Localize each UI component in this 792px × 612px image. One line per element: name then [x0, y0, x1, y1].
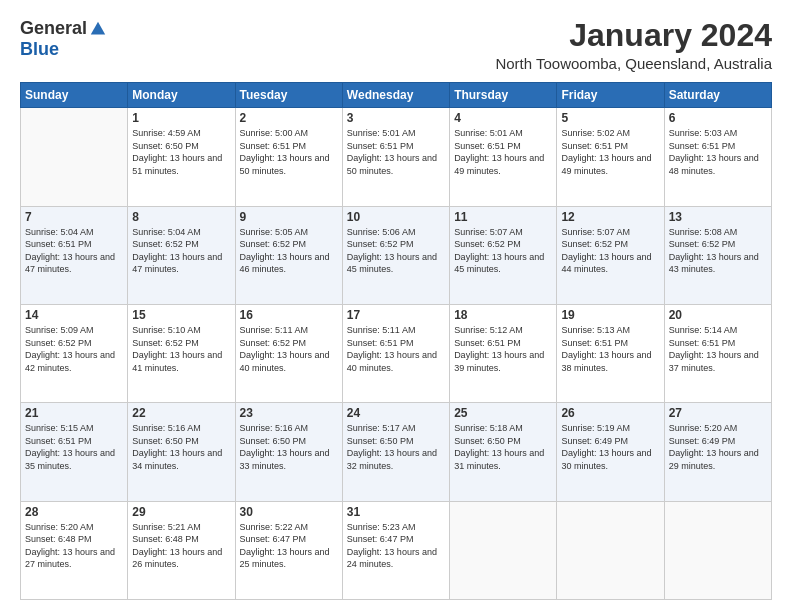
calendar-cell: 14 Sunrise: 5:09 AMSunset: 6:52 PMDaylig… [21, 304, 128, 402]
day-number: 11 [454, 210, 552, 224]
calendar-cell: 13 Sunrise: 5:08 AMSunset: 6:52 PMDaylig… [664, 206, 771, 304]
day-number: 9 [240, 210, 338, 224]
calendar-cell: 12 Sunrise: 5:07 AMSunset: 6:52 PMDaylig… [557, 206, 664, 304]
main-title: January 2024 [495, 18, 772, 53]
calendar-cell: 6 Sunrise: 5:03 AMSunset: 6:51 PMDayligh… [664, 108, 771, 206]
title-block: January 2024 North Toowoomba, Queensland… [495, 18, 772, 72]
calendar-cell: 7 Sunrise: 5:04 AMSunset: 6:51 PMDayligh… [21, 206, 128, 304]
calendar-cell [450, 501, 557, 599]
calendar-cell: 20 Sunrise: 5:14 AMSunset: 6:51 PMDaylig… [664, 304, 771, 402]
day-info: Sunrise: 5:07 AMSunset: 6:52 PMDaylight:… [561, 227, 651, 275]
calendar-cell: 26 Sunrise: 5:19 AMSunset: 6:49 PMDaylig… [557, 403, 664, 501]
day-number: 3 [347, 111, 445, 125]
day-info: Sunrise: 5:23 AMSunset: 6:47 PMDaylight:… [347, 522, 437, 570]
subtitle: North Toowoomba, Queensland, Australia [495, 55, 772, 72]
day-number: 23 [240, 406, 338, 420]
day-number: 5 [561, 111, 659, 125]
day-info: Sunrise: 5:13 AMSunset: 6:51 PMDaylight:… [561, 325, 651, 373]
calendar-table: SundayMondayTuesdayWednesdayThursdayFrid… [20, 82, 772, 600]
page: General Blue January 2024 North Toowoomb… [0, 0, 792, 612]
col-header-friday: Friday [557, 83, 664, 108]
calendar-cell: 19 Sunrise: 5:13 AMSunset: 6:51 PMDaylig… [557, 304, 664, 402]
day-info: Sunrise: 5:09 AMSunset: 6:52 PMDaylight:… [25, 325, 115, 373]
calendar-cell: 15 Sunrise: 5:10 AMSunset: 6:52 PMDaylig… [128, 304, 235, 402]
col-header-wednesday: Wednesday [342, 83, 449, 108]
day-info: Sunrise: 5:07 AMSunset: 6:52 PMDaylight:… [454, 227, 544, 275]
day-info: Sunrise: 5:21 AMSunset: 6:48 PMDaylight:… [132, 522, 222, 570]
day-number: 22 [132, 406, 230, 420]
day-number: 15 [132, 308, 230, 322]
day-number: 27 [669, 406, 767, 420]
calendar-cell: 30 Sunrise: 5:22 AMSunset: 6:47 PMDaylig… [235, 501, 342, 599]
day-info: Sunrise: 5:20 AMSunset: 6:49 PMDaylight:… [669, 423, 759, 471]
col-header-monday: Monday [128, 83, 235, 108]
calendar-cell: 1 Sunrise: 4:59 AMSunset: 6:50 PMDayligh… [128, 108, 235, 206]
calendar-cell: 31 Sunrise: 5:23 AMSunset: 6:47 PMDaylig… [342, 501, 449, 599]
day-info: Sunrise: 5:15 AMSunset: 6:51 PMDaylight:… [25, 423, 115, 471]
day-info: Sunrise: 5:19 AMSunset: 6:49 PMDaylight:… [561, 423, 651, 471]
day-info: Sunrise: 5:12 AMSunset: 6:51 PMDaylight:… [454, 325, 544, 373]
day-number: 17 [347, 308, 445, 322]
day-info: Sunrise: 4:59 AMSunset: 6:50 PMDaylight:… [132, 128, 222, 176]
day-number: 1 [132, 111, 230, 125]
day-number: 25 [454, 406, 552, 420]
day-number: 19 [561, 308, 659, 322]
day-number: 18 [454, 308, 552, 322]
calendar-cell: 16 Sunrise: 5:11 AMSunset: 6:52 PMDaylig… [235, 304, 342, 402]
calendar-cell: 29 Sunrise: 5:21 AMSunset: 6:48 PMDaylig… [128, 501, 235, 599]
day-number: 21 [25, 406, 123, 420]
day-info: Sunrise: 5:18 AMSunset: 6:50 PMDaylight:… [454, 423, 544, 471]
day-number: 16 [240, 308, 338, 322]
calendar-cell: 4 Sunrise: 5:01 AMSunset: 6:51 PMDayligh… [450, 108, 557, 206]
calendar-cell: 2 Sunrise: 5:00 AMSunset: 6:51 PMDayligh… [235, 108, 342, 206]
day-number: 29 [132, 505, 230, 519]
calendar-cell: 3 Sunrise: 5:01 AMSunset: 6:51 PMDayligh… [342, 108, 449, 206]
calendar-cell: 10 Sunrise: 5:06 AMSunset: 6:52 PMDaylig… [342, 206, 449, 304]
day-number: 28 [25, 505, 123, 519]
day-info: Sunrise: 5:08 AMSunset: 6:52 PMDaylight:… [669, 227, 759, 275]
day-info: Sunrise: 5:00 AMSunset: 6:51 PMDaylight:… [240, 128, 330, 176]
day-info: Sunrise: 5:03 AMSunset: 6:51 PMDaylight:… [669, 128, 759, 176]
day-number: 14 [25, 308, 123, 322]
logo-icon [89, 20, 107, 38]
day-info: Sunrise: 5:16 AMSunset: 6:50 PMDaylight:… [132, 423, 222, 471]
day-info: Sunrise: 5:04 AMSunset: 6:52 PMDaylight:… [132, 227, 222, 275]
day-number: 20 [669, 308, 767, 322]
calendar-cell: 8 Sunrise: 5:04 AMSunset: 6:52 PMDayligh… [128, 206, 235, 304]
day-info: Sunrise: 5:17 AMSunset: 6:50 PMDaylight:… [347, 423, 437, 471]
calendar-cell: 18 Sunrise: 5:12 AMSunset: 6:51 PMDaylig… [450, 304, 557, 402]
calendar-cell [557, 501, 664, 599]
day-info: Sunrise: 5:11 AMSunset: 6:51 PMDaylight:… [347, 325, 437, 373]
day-info: Sunrise: 5:06 AMSunset: 6:52 PMDaylight:… [347, 227, 437, 275]
day-number: 7 [25, 210, 123, 224]
calendar-cell: 28 Sunrise: 5:20 AMSunset: 6:48 PMDaylig… [21, 501, 128, 599]
day-info: Sunrise: 5:04 AMSunset: 6:51 PMDaylight:… [25, 227, 115, 275]
calendar-cell: 23 Sunrise: 5:16 AMSunset: 6:50 PMDaylig… [235, 403, 342, 501]
calendar-cell: 11 Sunrise: 5:07 AMSunset: 6:52 PMDaylig… [450, 206, 557, 304]
day-info: Sunrise: 5:01 AMSunset: 6:51 PMDaylight:… [347, 128, 437, 176]
day-number: 4 [454, 111, 552, 125]
day-info: Sunrise: 5:02 AMSunset: 6:51 PMDaylight:… [561, 128, 651, 176]
day-number: 24 [347, 406, 445, 420]
day-info: Sunrise: 5:05 AMSunset: 6:52 PMDaylight:… [240, 227, 330, 275]
calendar-cell: 27 Sunrise: 5:20 AMSunset: 6:49 PMDaylig… [664, 403, 771, 501]
day-number: 12 [561, 210, 659, 224]
day-number: 10 [347, 210, 445, 224]
day-info: Sunrise: 5:01 AMSunset: 6:51 PMDaylight:… [454, 128, 544, 176]
calendar-cell: 9 Sunrise: 5:05 AMSunset: 6:52 PMDayligh… [235, 206, 342, 304]
calendar-cell [664, 501, 771, 599]
day-number: 2 [240, 111, 338, 125]
day-info: Sunrise: 5:10 AMSunset: 6:52 PMDaylight:… [132, 325, 222, 373]
calendar-cell: 22 Sunrise: 5:16 AMSunset: 6:50 PMDaylig… [128, 403, 235, 501]
col-header-thursday: Thursday [450, 83, 557, 108]
calendar-cell [21, 108, 128, 206]
day-info: Sunrise: 5:14 AMSunset: 6:51 PMDaylight:… [669, 325, 759, 373]
day-number: 31 [347, 505, 445, 519]
logo: General Blue [20, 18, 107, 60]
day-info: Sunrise: 5:22 AMSunset: 6:47 PMDaylight:… [240, 522, 330, 570]
col-header-tuesday: Tuesday [235, 83, 342, 108]
col-header-sunday: Sunday [21, 83, 128, 108]
col-header-saturday: Saturday [664, 83, 771, 108]
day-number: 13 [669, 210, 767, 224]
day-info: Sunrise: 5:11 AMSunset: 6:52 PMDaylight:… [240, 325, 330, 373]
